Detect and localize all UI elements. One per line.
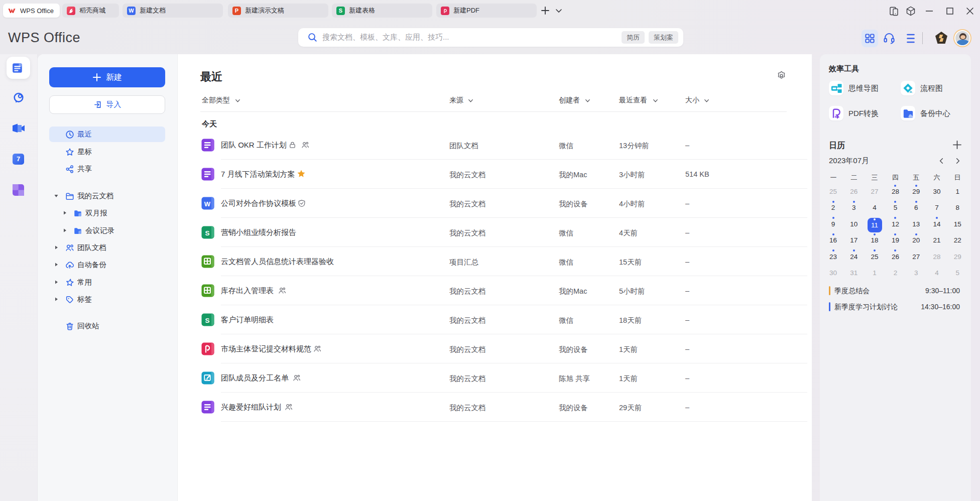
svg-text:S: S [205,317,209,324]
svg-text:S: S [205,229,209,237]
svg-text:W: W [204,200,211,208]
